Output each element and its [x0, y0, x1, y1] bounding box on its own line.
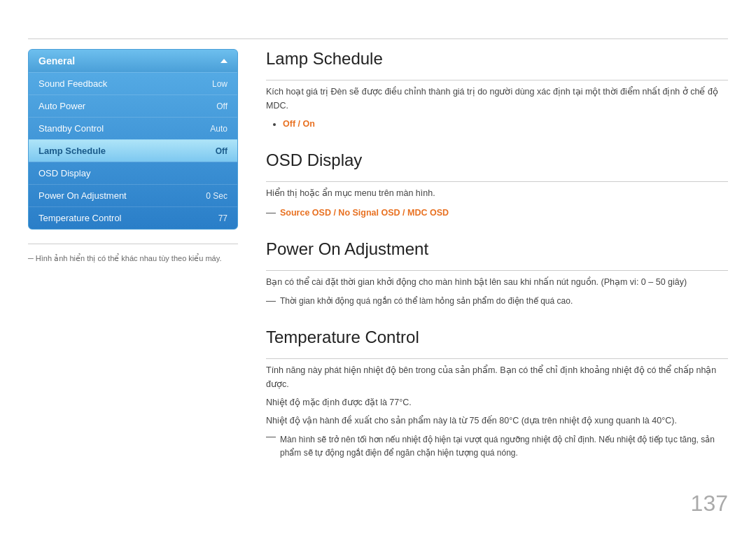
osd-display-highlight-line: Source OSD / No Signal OSD / MDC OSD — [266, 206, 728, 220]
sidebar-item-lamp-schedule-value: Off — [216, 146, 227, 156]
section-power-on-adjustment: Power On Adjustment Bạn có thể cài đặt t… — [266, 239, 728, 308]
osd-display-title: OSD Display — [266, 150, 728, 173]
top-divider — [28, 38, 728, 39]
temperature-control-body: Tính năng này phát hiện nhiệt độ bên tro… — [266, 363, 728, 460]
temperature-dash-icon — [266, 437, 276, 437]
sidebar-item-power-on-adjustment[interactable]: Power On Adjustment 0 Sec — [29, 184, 237, 206]
lamp-schedule-highlight-text: Off / On — [283, 119, 315, 129]
temperature-control-highlight-text: Màn hình sẽ trở nên tối hơn nếu nhiệt độ… — [280, 433, 728, 460]
power-on-adjustment-highlight-text: Thời gian khởi động quá ngắn có thể làm … — [280, 295, 573, 308]
temperature-control-body2: Nhiệt độ mặc định được đặt là 77°C. — [266, 395, 728, 409]
section-lamp-schedule: Lamp Schedule Kích hoạt giá trị Đèn sẽ đ… — [266, 49, 728, 131]
sidebar-item-power-on-adjustment-label: Power On Adjustment — [38, 190, 206, 201]
power-on-adjustment-highlight-line: Thời gian khởi động quá ngắn có thể làm … — [266, 295, 728, 308]
sidebar-item-auto-power[interactable]: Auto Power Off — [29, 94, 237, 117]
sidebar-panel: General Sound Feedback Low Auto Power Of… — [28, 49, 238, 230]
sidebar-item-standby-control[interactable]: Standby Control Auto — [29, 117, 237, 139]
power-on-adjustment-title: Power On Adjustment — [266, 239, 728, 262]
lamp-schedule-highlight-item: Off / On — [283, 117, 728, 131]
sidebar-item-auto-power-value: Off — [216, 101, 227, 111]
sidebar-item-temperature-control-value: 77 — [218, 213, 227, 223]
temperature-control-title: Temperature Control — [266, 328, 728, 350]
osd-display-divider — [266, 181, 728, 182]
temperature-control-body3: Nhiệt độ vận hành đề xuất cho sản phẩm n… — [266, 414, 728, 428]
power-on-adjustment-body: Bạn có thể cài đặt thời gian khởi động c… — [266, 275, 728, 308]
sidebar-item-standby-control-label: Standby Control — [38, 123, 210, 134]
arrow-up-icon — [220, 59, 227, 63]
sidebar-item-osd-display-label: OSD Display — [38, 168, 227, 178]
power-on-dash-icon — [266, 301, 276, 302]
sidebar-item-lamp-schedule-label: Lamp Schedule — [38, 146, 216, 156]
temperature-control-body1: Tính năng này phát hiện nhiệt độ bên tro… — [266, 363, 728, 391]
lamp-schedule-body: Kích hoạt giá trị Đèn sẽ được điều chỉnh… — [266, 85, 728, 131]
temperature-control-highlight-line: Màn hình sẽ trở nên tối hơn nếu nhiệt độ… — [266, 433, 728, 460]
sidebar-item-osd-display[interactable]: OSD Display — [29, 162, 237, 184]
sidebar-item-sound-feedback-value: Low — [212, 79, 227, 89]
osd-display-body: Hiển thị hoặc ẩn mục menu trên màn hình.… — [266, 186, 728, 220]
section-temperature-control: Temperature Control Tính năng này phát h… — [266, 328, 728, 460]
sidebar-item-temperature-control-label: Temperature Control — [38, 213, 218, 223]
sidebar: General Sound Feedback Low Auto Power Of… — [28, 49, 238, 264]
section-osd-display: OSD Display Hiển thị hoặc ẩn mục menu tr… — [266, 150, 728, 220]
sidebar-item-lamp-schedule[interactable]: Lamp Schedule Off — [29, 139, 237, 162]
sidebar-item-sound-feedback-label: Sound Feedback — [38, 78, 212, 89]
temperature-control-divider — [266, 358, 728, 359]
sidebar-footer-note: ─ Hình ảnh hiển thị có thể khác nhau tùy… — [28, 254, 221, 262]
sidebar-item-standby-control-value: Auto — [210, 124, 227, 134]
sidebar-item-temperature-control[interactable]: Temperature Control 77 — [29, 206, 237, 229]
sidebar-item-sound-feedback[interactable]: Sound Feedback Low — [29, 72, 237, 94]
sidebar-item-power-on-adjustment-value: 0 Sec — [206, 191, 227, 201]
sidebar-footer: ─ Hình ảnh hiển thị có thể khác nhau tùy… — [28, 244, 238, 264]
sidebar-header-label: General — [38, 55, 75, 66]
power-on-adjustment-divider — [266, 270, 728, 271]
lamp-schedule-divider — [266, 80, 728, 80]
lamp-schedule-title: Lamp Schedule — [266, 49, 728, 71]
osd-dash-icon — [266, 213, 276, 213]
lamp-schedule-highlight-list: Off / On — [273, 117, 728, 131]
sidebar-header: General — [29, 50, 237, 72]
osd-display-highlight-text: Source OSD / No Signal OSD / MDC OSD — [280, 206, 449, 220]
sidebar-item-auto-power-label: Auto Power — [38, 101, 216, 111]
page-number: 137 — [691, 491, 728, 517]
main-content: Lamp Schedule Kích hoạt giá trị Đèn sẽ đ… — [266, 49, 728, 480]
